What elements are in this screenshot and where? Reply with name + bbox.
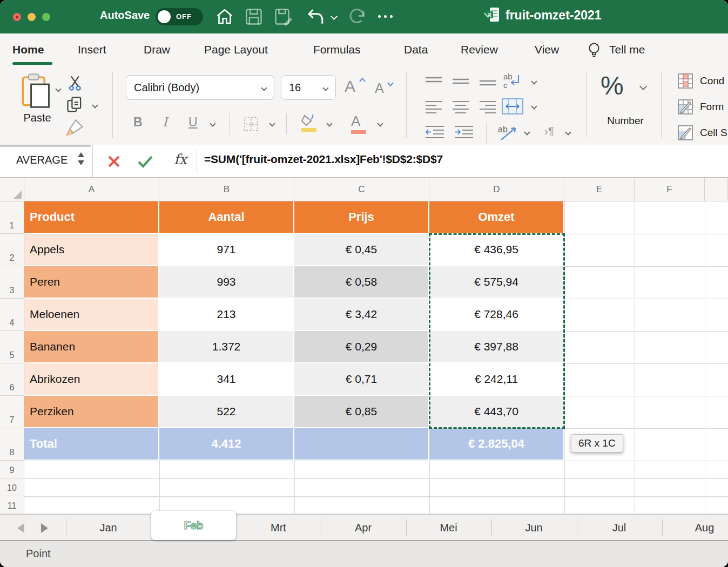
row-header-8[interactable]: 8 [0, 428, 24, 461]
name-box[interactable]: AVERAGE [0, 145, 93, 177]
next-sheet-arrow-icon[interactable] [41, 523, 48, 533]
cell-B2[interactable]: 971 [159, 234, 294, 266]
paste-button[interactable] [19, 73, 53, 110]
font-name-select[interactable]: Calibri (Body) [126, 75, 274, 100]
tab-page-layout[interactable]: Page Layout [204, 43, 268, 56]
decrease-indent-icon[interactable] [424, 125, 445, 139]
underline-chevron-icon[interactable] [210, 120, 215, 126]
prev-sheet-arrow-icon[interactable] [17, 523, 24, 533]
format-as-table-button[interactable]: Form [677, 99, 724, 115]
format-painter-icon[interactable] [65, 118, 84, 138]
font-color-chevron-icon[interactable] [377, 120, 383, 126]
sheet-tab-apr[interactable]: Apr [321, 515, 406, 541]
wrap-text-chevron-icon[interactable] [531, 78, 537, 84]
align-right-icon[interactable] [478, 100, 497, 114]
cell-B4[interactable]: 213 [159, 299, 294, 331]
zoom-window-button[interactable] [42, 13, 50, 21]
column-header-g[interactable] [705, 178, 728, 201]
sheet-tab-feb[interactable]: Feb [151, 511, 236, 540]
select-all-corner[interactable] [0, 178, 24, 201]
cell-B6[interactable]: 341 [159, 363, 294, 396]
cell-A8[interactable]: Total [24, 428, 159, 461]
column-header-b[interactable]: B [159, 178, 294, 201]
tab-home[interactable]: Home [12, 43, 44, 56]
sheet-tab-mrt[interactable]: Mrt [236, 515, 321, 541]
align-bottom-icon[interactable] [478, 76, 497, 89]
cell-C1[interactable]: Prijs [294, 201, 429, 234]
paste-menu-chevron-icon[interactable] [55, 86, 61, 92]
column-header-c[interactable]: C [294, 178, 429, 201]
column-header-a[interactable]: A [24, 178, 159, 201]
cell-D4[interactable]: € 728,46 [429, 299, 564, 331]
save-icon[interactable] [244, 7, 264, 26]
cell-C4[interactable]: € 3,42 [294, 299, 429, 331]
cell-A1[interactable]: Product [24, 201, 159, 234]
document-title[interactable]: X fruit-omzet-2021 [485, 6, 602, 24]
cell-B8[interactable]: 4.412 [159, 428, 294, 461]
more-commands-icon[interactable] [378, 15, 393, 18]
enter-icon[interactable] [137, 154, 153, 168]
cell-C3[interactable]: € 0,58 [294, 266, 429, 299]
cell-A5[interactable]: Bananen [24, 331, 159, 363]
bold-button[interactable]: B [133, 115, 143, 130]
row-header-2[interactable]: 2 [0, 234, 24, 266]
cell-D6[interactable]: € 242,11 [429, 363, 564, 396]
fill-color-chevron-icon[interactable] [326, 120, 332, 126]
align-top-icon[interactable] [424, 76, 443, 89]
sheet-tab-jan[interactable]: Jan [66, 515, 151, 541]
column-header-d[interactable]: D [429, 178, 564, 201]
borders-icon[interactable] [243, 116, 259, 132]
align-center-icon[interactable] [451, 100, 470, 114]
cell-C5[interactable]: € 0,29 [294, 331, 429, 363]
merge-chevron-icon[interactable] [531, 103, 537, 109]
cell-D3[interactable]: € 575,94 [429, 266, 564, 299]
font-size-select[interactable]: 16 [281, 75, 336, 100]
font-color-icon[interactable]: A [351, 113, 360, 130]
number-format-chevron-icon[interactable] [639, 83, 647, 90]
percent-style-button[interactable]: % [601, 71, 624, 100]
copy-menu-chevron-icon[interactable] [92, 102, 98, 108]
row-header-7[interactable]: 7 [0, 396, 24, 428]
text-direction-chevron-icon[interactable] [565, 129, 571, 135]
tab-insert[interactable]: Insert [78, 43, 106, 56]
cell-D1[interactable]: Omzet [429, 201, 564, 234]
formula-input[interactable]: =SUM('[fruit-omzet-2021.xlsx]Feb'!$D$2:$… [204, 153, 443, 166]
column-header-e[interactable]: E [564, 178, 635, 201]
cell-D8[interactable]: € 2.825,04 [429, 428, 564, 461]
cell-C2[interactable]: € 0,45 [294, 234, 429, 266]
sheet-tab-jun[interactable]: Jun [491, 515, 576, 541]
tab-data[interactable]: Data [404, 43, 428, 56]
row-header-9[interactable]: 9 [0, 461, 24, 478]
copy-icon[interactable] [66, 96, 84, 115]
column-header-f[interactable]: F [635, 178, 705, 201]
undo-icon[interactable] [306, 7, 325, 26]
sheet-tab-aug[interactable]: Aug [662, 515, 728, 541]
merge-center-icon[interactable] [501, 98, 524, 115]
cell-D7[interactable]: € 443,70 [429, 396, 564, 428]
increase-indent-icon[interactable] [454, 125, 474, 139]
align-middle-icon[interactable] [451, 76, 470, 89]
home-icon[interactable] [215, 7, 234, 26]
tab-draw[interactable]: Draw [144, 43, 170, 56]
borders-chevron-icon[interactable] [269, 120, 275, 126]
cell-C8[interactable] [294, 428, 429, 461]
cell-B3[interactable]: 993 [159, 266, 294, 299]
increase-font-size-button[interactable]: A [345, 77, 355, 96]
tab-view[interactable]: View [535, 43, 559, 56]
row-header-11[interactable]: 11 [0, 496, 24, 514]
undo-menu-chevron-icon[interactable] [331, 13, 338, 20]
cell-D2[interactable]: € 436,95 [429, 234, 564, 266]
row-header-10[interactable]: 10 [0, 478, 24, 496]
cell-B5[interactable]: 1.372 [159, 331, 294, 363]
cancel-icon[interactable] [107, 154, 121, 168]
decrease-font-size-button[interactable]: A [375, 80, 384, 96]
text-direction-icon[interactable]: ›¶ [544, 125, 554, 138]
underline-button[interactable]: U [188, 115, 198, 130]
close-window-button[interactable] [13, 13, 21, 21]
cell-styles-button[interactable]: Cell S [677, 125, 727, 141]
cell-C7[interactable]: € 0,85 [294, 396, 429, 428]
insert-function-icon[interactable]: fx [174, 151, 187, 167]
row-header-4[interactable]: 4 [0, 299, 24, 331]
cell-A4[interactable]: Meloenen [24, 299, 159, 331]
minimize-window-button[interactable] [28, 13, 36, 21]
